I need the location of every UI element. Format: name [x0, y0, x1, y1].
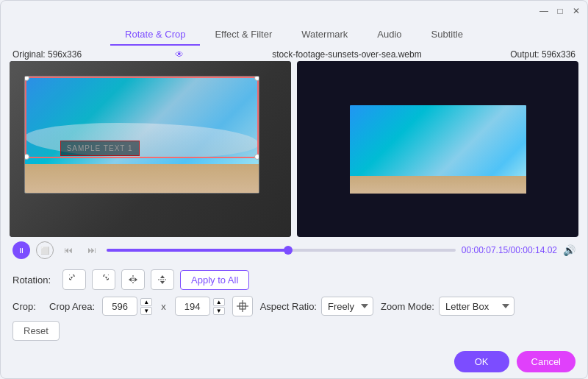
tab-bar: Rotate & Crop Effect & Filter Watermark … [1, 21, 587, 48]
sample-text-watermark: SAMPLE TEXT 1 [60, 141, 140, 156]
flip-horizontal-button[interactable] [121, 269, 145, 290]
prev-frame-button[interactable]: ⏮ [60, 241, 77, 259]
tab-subtitle[interactable]: Subtitle [417, 24, 478, 46]
rotation-row: Rotation: [12, 269, 576, 290]
pause-button[interactable]: ⏸ [12, 241, 30, 259]
crop-width-group: ▲ ▼ [102, 297, 152, 316]
main-window: — □ ✕ Rotate & Crop Effect & Filter Wate… [0, 0, 588, 379]
time-display: 00:00:07.15/00:00:14.02 [462, 245, 557, 255]
rotate-left-button[interactable] [62, 269, 86, 290]
zoom-mode-select[interactable]: Letter Box Pan & Scan Full Screen [439, 297, 514, 316]
edit-controls: Rotation: [1, 263, 587, 345]
crop-height-input[interactable] [175, 297, 210, 316]
zoom-mode-group: Zoom Mode: Letter Box Pan & Scan Full Sc… [381, 297, 514, 316]
tab-watermark[interactable]: Watermark [287, 24, 362, 46]
width-decrement[interactable]: ▼ [140, 307, 152, 315]
aspect-label: Aspect Ratio: [260, 301, 317, 312]
svg-marker-0 [71, 277, 73, 279]
right-video-panel [297, 61, 578, 237]
rotate-right-button[interactable] [92, 269, 115, 290]
minimize-button[interactable]: — [539, 6, 549, 16]
cancel-button[interactable]: Cancel [517, 351, 576, 372]
crop-handle-tr[interactable] [254, 76, 259, 81]
center-crop-button[interactable] [232, 296, 253, 316]
width-spinners: ▲ ▼ [140, 298, 152, 315]
height-spinners: ▲ ▼ [213, 298, 225, 315]
ok-button[interactable]: OK [454, 351, 509, 372]
preview-area: SAMPLE TEXT 1 [1, 61, 587, 237]
crop-width-input[interactable] [102, 297, 137, 316]
crop-area-label: Crop Area: [49, 301, 95, 312]
output-size: Output: 596x336 [510, 49, 576, 60]
crop-handle-tl[interactable] [24, 76, 29, 81]
rotation-label: Rotation: [12, 274, 57, 286]
zoom-mode-label: Zoom Mode: [381, 301, 434, 312]
crop-row: Crop: Crop Area: ▲ ▼ x ▲ ▼ [12, 296, 576, 316]
source-video-frame: SAMPLE TEXT 1 [24, 76, 259, 194]
output-sand [350, 176, 526, 194]
progress-fill [107, 249, 288, 252]
reset-button[interactable]: Reset [12, 321, 60, 341]
progress-thumb[interactable] [284, 246, 293, 255]
tab-rotate-crop[interactable]: Rotate & Crop [110, 24, 200, 46]
progress-bar[interactable] [107, 249, 456, 252]
height-decrement[interactable]: ▼ [213, 307, 225, 315]
width-increment[interactable]: ▲ [140, 298, 152, 306]
next-frame-button[interactable]: ⏭ [83, 241, 101, 259]
svg-marker-7 [160, 281, 165, 284]
playback-controls: ⏸ ⬜ ⏮ ⏭ 00:00:07.15/00:00:14.02 🔊 [1, 237, 587, 263]
left-video-panel: SAMPLE TEXT 1 [10, 61, 291, 237]
maximize-button[interactable]: □ [555, 6, 565, 16]
sand-layer [25, 164, 259, 194]
current-time: 00:00:07.15 [462, 245, 508, 255]
volume-icon[interactable]: 🔊 [563, 244, 576, 256]
aspect-ratio-group: Aspect Ratio: Freely 16:9 4:3 1:1 [260, 297, 373, 316]
crop-label: Crop: [12, 301, 42, 312]
crop-handle-bl[interactable] [24, 154, 29, 160]
bottom-bar: OK Cancel [1, 345, 587, 378]
eye-icon[interactable]: 👁 [175, 49, 184, 60]
filename: stock-footage-sunsets-over-sea.webm [272, 49, 421, 60]
close-button[interactable]: ✕ [571, 6, 581, 16]
info-bar: Original: 596x336 👁 stock-footage-sunset… [1, 48, 587, 61]
svg-marker-1 [105, 277, 107, 279]
x-separator: x [159, 301, 168, 312]
window-controls: — □ ✕ [539, 6, 581, 16]
original-size: Original: 596x336 [12, 49, 82, 60]
crop-height-group: ▲ ▼ [175, 297, 225, 316]
aspect-ratio-select[interactable]: Freely 16:9 4:3 1:1 [321, 297, 373, 316]
output-video-frame [297, 61, 578, 237]
svg-marker-4 [135, 277, 137, 282]
tab-effect-filter[interactable]: Effect & Filter [200, 24, 287, 46]
crop-handle-br[interactable] [254, 154, 259, 160]
title-bar: — □ ✕ [1, 1, 587, 21]
flip-vertical-button[interactable] [151, 269, 174, 290]
svg-marker-3 [129, 277, 132, 282]
total-time: 00:00:14.02 [511, 245, 557, 255]
output-beach-frame [350, 105, 526, 194]
svg-marker-6 [160, 275, 165, 278]
tab-audio[interactable]: Audio [362, 24, 416, 46]
height-increment[interactable]: ▲ [213, 298, 225, 306]
stop-button[interactable]: ⬜ [36, 241, 54, 259]
apply-to-all-button[interactable]: Apply to All [180, 270, 249, 290]
